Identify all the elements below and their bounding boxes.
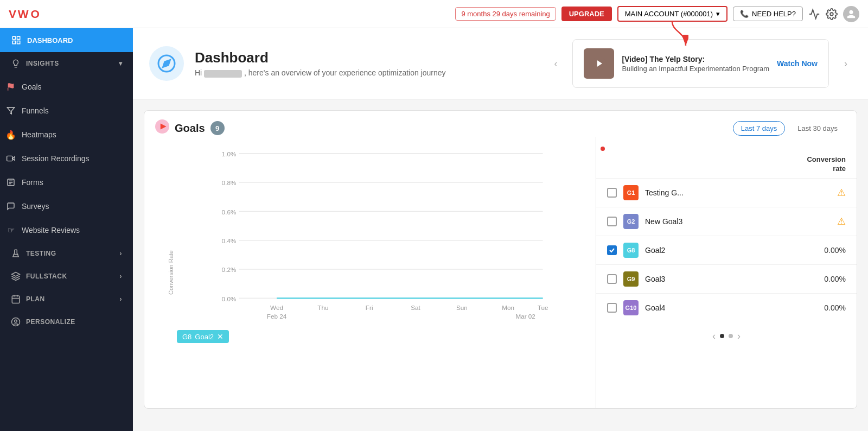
svg-text:0.2%: 0.2% xyxy=(222,266,237,273)
sidebar-section-label: FULLSTACK xyxy=(26,272,67,280)
content-area: Dashboard Hi , here's an overview of you… xyxy=(133,28,868,431)
goal-badge-g2: G2 xyxy=(623,214,639,229)
sidebar-item-dashboard[interactable]: DASHBOARD xyxy=(0,28,133,52)
need-help-button[interactable]: 📞 NEED HELP? xyxy=(733,7,803,21)
goal-rate-g10: 0.00% xyxy=(813,303,846,312)
goal-checkbox-g9[interactable] xyxy=(607,274,617,284)
dashboard-subtitle: Hi , here's an overview of your experien… xyxy=(195,68,539,77)
sidebar-section-plan[interactable]: PLAN › xyxy=(0,288,133,310)
flag-icon xyxy=(5,81,16,92)
account-selector[interactable]: MAIN ACCOUNT (#000001) ▾ xyxy=(617,6,727,22)
svg-text:Mar 02: Mar 02 xyxy=(515,313,535,320)
goal-badge-g8: G8 xyxy=(623,243,639,258)
user-avatar[interactable] xyxy=(843,6,859,22)
goals-play-icon xyxy=(155,119,169,137)
svg-rect-8 xyxy=(12,41,15,44)
goal-checkbox-g8[interactable] xyxy=(607,245,617,255)
goal-badge-g1: G1 xyxy=(623,185,639,200)
sidebar-item-funnels[interactable]: Funnels xyxy=(0,99,133,123)
last-7-days-button[interactable]: Last 7 days xyxy=(733,121,786,136)
svg-text:Fri: Fri xyxy=(366,304,373,311)
next-arrow[interactable]: › xyxy=(840,54,852,74)
legend-remove[interactable]: ✕ xyxy=(217,332,224,341)
svg-text:W: W xyxy=(18,8,29,20)
goal-row-g1: G1Testing G...⚠ xyxy=(596,178,857,207)
conversion-area: Conversionrate xyxy=(596,137,857,178)
svg-marker-26 xyxy=(163,60,170,67)
prev-arrow[interactable]: ‹ xyxy=(550,54,561,74)
watch-now-button[interactable]: Watch Now xyxy=(777,59,818,68)
svg-text:Sun: Sun xyxy=(456,304,468,311)
pagination-dot-1 xyxy=(720,334,724,338)
svg-point-4 xyxy=(830,12,833,16)
svg-rect-7 xyxy=(17,41,20,44)
svg-marker-11 xyxy=(12,157,15,161)
survey-icon xyxy=(5,201,16,212)
video-thumbnail xyxy=(584,48,614,79)
legend-label: Goal2 xyxy=(195,333,214,341)
svg-text:Mon: Mon xyxy=(502,304,514,311)
sidebar-item-label: DASHBOARD xyxy=(27,36,73,45)
svg-marker-10 xyxy=(7,107,14,114)
activity-icon[interactable] xyxy=(808,8,820,20)
svg-text:0.0%: 0.0% xyxy=(222,295,237,302)
pagination-prev[interactable]: ‹ xyxy=(712,331,716,342)
sidebar-item-forms[interactable]: Forms xyxy=(0,170,133,194)
upgrade-button[interactable]: UPGRADE xyxy=(561,7,612,21)
sidebar-section-personalize[interactable]: PERSONALIZE xyxy=(0,310,133,333)
sidebar-item-goals[interactable]: Goals xyxy=(0,75,133,99)
chart-container: 1.0% 0.8% 0.6% 0.4% 0.2% 0.0% xyxy=(177,148,585,321)
sidebar-item-label: Surveys xyxy=(22,202,49,211)
last-30-days-button[interactable]: Last 30 days xyxy=(789,121,846,136)
sidebar-item-label: Forms xyxy=(22,178,43,187)
svg-point-24 xyxy=(15,320,17,322)
goals-count: 9 xyxy=(210,121,225,135)
dashboard-header: Dashboard Hi , here's an overview of you… xyxy=(133,28,868,99)
sidebar-item-label: Goals xyxy=(22,83,42,91)
sidebar-item-heatmaps[interactable]: 🔥 Heatmaps xyxy=(0,123,133,147)
goal-row-g2: G2New Goal3⚠ xyxy=(596,207,857,236)
pagination-next[interactable]: › xyxy=(737,331,741,342)
trial-badge: 9 months 29 days remaining xyxy=(455,7,556,21)
goal-badge-g10: G10 xyxy=(623,300,639,315)
goal-name-g8: Goal2 xyxy=(645,246,807,255)
svg-text:Sat: Sat xyxy=(411,304,420,311)
dashboard-title-area: Dashboard Hi , here's an overview of you… xyxy=(195,49,539,77)
goal-badge-g9: G9 xyxy=(623,271,639,287)
svg-text:0.8%: 0.8% xyxy=(222,179,237,186)
video-title: [Video] The Yelp Story: xyxy=(622,55,769,64)
goal-checkbox-g2[interactable] xyxy=(607,217,617,226)
goal-checkbox-g10[interactable] xyxy=(607,303,617,313)
chart-svg: 1.0% 0.8% 0.6% 0.4% 0.2% 0.0% xyxy=(177,148,585,321)
svg-text:Wed: Wed xyxy=(270,304,283,311)
sidebar-section-label: PERSONALIZE xyxy=(26,318,75,326)
hand-icon: ☞ xyxy=(5,225,16,236)
sidebar-item-surveys[interactable]: Surveys xyxy=(0,194,133,218)
svg-rect-5 xyxy=(12,36,15,39)
legend-goal2[interactable]: G8 Goal2 ✕ xyxy=(177,330,229,343)
pagination-dot-2 xyxy=(729,334,733,338)
video-info: [Video] The Yelp Story: Building an Impa… xyxy=(622,55,769,73)
sidebar-item-session-recordings[interactable]: Session Recordings xyxy=(0,147,133,170)
sidebar-item-label: Session Recordings xyxy=(22,154,90,163)
sidebar-section-label: INSIGHTS xyxy=(26,60,59,67)
chevron-down-icon: ▾ xyxy=(119,60,123,67)
svg-text:Thu: Thu xyxy=(317,304,328,311)
phone-icon: 📞 xyxy=(740,10,749,18)
sidebar-section-fullstack[interactable]: FULLSTACK › xyxy=(0,265,133,288)
compass-icon xyxy=(149,46,184,81)
chevron-right-icon: › xyxy=(120,295,123,303)
goal-checkbox-g1[interactable] xyxy=(607,188,617,198)
right-panel: Conversionrate G1Testing G...⚠G2New Goal… xyxy=(596,137,857,408)
settings-icon[interactable] xyxy=(826,8,838,20)
svg-rect-19 xyxy=(12,296,20,303)
video-promo: [Video] The Yelp Story: Building an Impa… xyxy=(572,39,829,88)
sidebar-section-testing[interactable]: TESTING › xyxy=(0,242,133,265)
date-filters: Last 7 days Last 30 days xyxy=(733,121,846,136)
svg-rect-6 xyxy=(17,36,20,39)
sidebar-item-label: Heatmaps xyxy=(22,130,56,139)
sidebar-item-website-reviews[interactable]: ☞ Website Reviews xyxy=(0,218,133,242)
goal-name-g1: Testing G... xyxy=(645,188,831,197)
sidebar-section-insights[interactable]: INSIGHTS ▾ xyxy=(0,52,133,75)
goals-label: Goals xyxy=(175,122,205,135)
